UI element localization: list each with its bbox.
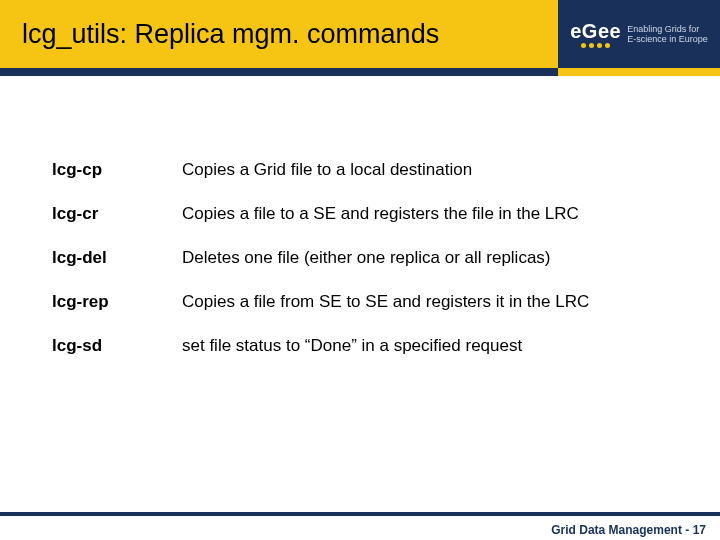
slide-body: lcg-cp Copies a Grid file to a local des… xyxy=(0,76,720,540)
table-row: lcg-cp Copies a Grid file to a local des… xyxy=(52,148,680,192)
title-bar: lcg_utils: Replica mgm. commands xyxy=(0,0,558,68)
table-row: lcg-sd set file status to “Done” in a sp… xyxy=(52,324,680,368)
command-desc: Deletes one file (either one replica or … xyxy=(182,236,680,280)
command-desc: Copies a Grid file to a local destinatio… xyxy=(182,148,680,192)
header: lcg_utils: Replica mgm. commands eGee En… xyxy=(0,0,720,68)
footer-text: Grid Data Management - 17 xyxy=(551,523,706,537)
egee-logo: eGee Enabling Grids for E-science in Eur… xyxy=(558,0,720,68)
logo-tagline: Enabling Grids for E-science in Europe xyxy=(627,24,708,45)
command-name: lcg-rep xyxy=(52,280,182,324)
header-underline xyxy=(0,68,720,76)
page-number: 17 xyxy=(693,523,706,537)
command-desc: set file status to “Done” in a specified… xyxy=(182,324,680,368)
commands-table: lcg-cp Copies a Grid file to a local des… xyxy=(52,148,680,368)
underline-left xyxy=(0,68,558,76)
table-row: lcg-rep Copies a file from SE to SE and … xyxy=(52,280,680,324)
command-desc: Copies a file to a SE and registers the … xyxy=(182,192,680,236)
command-name: lcg-del xyxy=(52,236,182,280)
logo-letters: eGee xyxy=(570,21,621,41)
command-desc: Copies a file from SE to SE and register… xyxy=(182,280,680,324)
command-name: lcg-cr xyxy=(52,192,182,236)
footer-rule xyxy=(0,512,720,516)
slide: lcg_utils: Replica mgm. commands eGee En… xyxy=(0,0,720,540)
footer-separator: - xyxy=(685,523,689,537)
command-name: lcg-sd xyxy=(52,324,182,368)
table-row: lcg-cr Copies a file to a SE and registe… xyxy=(52,192,680,236)
underline-right xyxy=(558,68,720,76)
slide-title: lcg_utils: Replica mgm. commands xyxy=(22,19,439,50)
logo-tagline-line1: Enabling Grids for xyxy=(627,24,708,34)
command-name: lcg-cp xyxy=(52,148,182,192)
logo-mark: eGee xyxy=(570,21,621,48)
logo-tagline-line2: E-science in Europe xyxy=(627,34,708,44)
table-row: lcg-del Deletes one file (either one rep… xyxy=(52,236,680,280)
footer-label: Grid Data Management xyxy=(551,523,682,537)
logo-dots-icon xyxy=(581,43,610,48)
footer: Grid Data Management - 17 xyxy=(0,510,720,540)
